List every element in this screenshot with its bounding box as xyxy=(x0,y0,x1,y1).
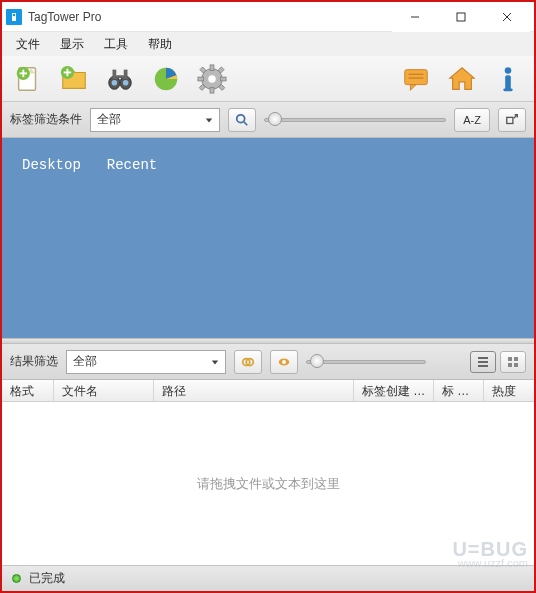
svg-marker-36 xyxy=(450,67,474,89)
svg-marker-40 xyxy=(206,118,212,122)
app-icon xyxy=(6,9,22,25)
svg-rect-55 xyxy=(508,363,512,367)
search-button[interactable] xyxy=(228,108,256,132)
svg-rect-17 xyxy=(124,69,128,78)
svg-rect-24 xyxy=(210,87,214,93)
svg-rect-10 xyxy=(20,72,28,74)
drop-area[interactable]: 请拖拽文件或文本到这里 xyxy=(2,402,534,565)
result-zoom-slider[interactable] xyxy=(306,350,426,374)
tag-filter-combo[interactable]: 全部 xyxy=(90,108,220,132)
svg-rect-39 xyxy=(503,88,512,91)
sort-az-button[interactable]: A-Z xyxy=(454,108,490,132)
svg-point-19 xyxy=(112,79,118,85)
svg-point-41 xyxy=(237,114,245,122)
svg-rect-16 xyxy=(113,69,117,78)
expand-button[interactable] xyxy=(498,108,526,132)
statusbar: 已完成 xyxy=(2,565,534,591)
svg-rect-32 xyxy=(405,69,428,84)
new-file-button[interactable] xyxy=(10,61,46,97)
maximize-button[interactable] xyxy=(438,2,484,32)
binoculars-button[interactable] xyxy=(102,61,138,97)
drop-placeholder: 请拖拽文件或文本到这里 xyxy=(197,475,340,493)
svg-point-20 xyxy=(123,79,129,85)
chevron-down-icon xyxy=(205,113,213,127)
svg-line-42 xyxy=(244,121,248,125)
svg-rect-54 xyxy=(514,357,518,361)
tag-filter-label: 标签筛选条件 xyxy=(10,111,82,128)
svg-point-1 xyxy=(13,13,16,16)
svg-rect-25 xyxy=(198,77,204,81)
filter-toggle-2[interactable] xyxy=(270,350,298,374)
table-header: 格式 文件名 路径 标签创建 … 标 … 热度 xyxy=(2,380,534,402)
svg-rect-43 xyxy=(507,117,513,123)
result-filter-value: 全部 xyxy=(73,353,97,370)
tag-filter-value: 全部 xyxy=(97,111,121,128)
titlebar: TagTower Pro xyxy=(2,2,534,32)
close-button[interactable] xyxy=(484,2,530,32)
col-path[interactable]: 路径 xyxy=(154,380,354,401)
result-filter-bar: 结果筛选 全部 xyxy=(2,344,534,380)
svg-point-49 xyxy=(282,360,286,364)
list-view-button[interactable] xyxy=(470,351,496,373)
col-heat[interactable]: 热度 xyxy=(484,380,534,401)
settings-button[interactable] xyxy=(194,61,230,97)
new-folder-button[interactable] xyxy=(56,61,92,97)
tag-panel: Desktop Recent xyxy=(2,138,534,338)
chat-button[interactable] xyxy=(398,61,434,97)
result-filter-label: 结果筛选 xyxy=(10,353,58,370)
svg-rect-18 xyxy=(116,75,124,78)
col-format[interactable]: 格式 xyxy=(2,380,54,401)
menubar: 文件 显示 工具 帮助 xyxy=(2,32,534,56)
svg-rect-38 xyxy=(505,75,511,90)
result-filter-combo[interactable]: 全部 xyxy=(66,350,226,374)
svg-rect-53 xyxy=(508,357,512,361)
svg-point-37 xyxy=(505,67,512,74)
menu-tools[interactable]: 工具 xyxy=(94,33,138,56)
svg-rect-3 xyxy=(457,13,465,21)
tag-item[interactable]: Desktop xyxy=(16,156,87,174)
app-window: TagTower Pro 文件 显示 工具 帮助 xyxy=(0,0,536,593)
svg-rect-23 xyxy=(210,64,214,70)
filter-toggle-1[interactable] xyxy=(234,350,262,374)
tag-item[interactable]: Recent xyxy=(101,156,163,174)
col-filename[interactable]: 文件名 xyxy=(54,380,154,401)
menu-view[interactable]: 显示 xyxy=(50,33,94,56)
col-tag[interactable]: 标 … xyxy=(434,380,484,401)
status-text: 已完成 xyxy=(29,570,65,587)
minimize-button[interactable] xyxy=(392,2,438,32)
menu-help[interactable]: 帮助 xyxy=(138,33,182,56)
view-mode-group xyxy=(470,351,526,373)
chevron-down-icon xyxy=(211,355,219,369)
svg-marker-33 xyxy=(410,84,416,90)
menu-file[interactable]: 文件 xyxy=(6,33,50,56)
status-dot-icon xyxy=(12,574,21,583)
app-title: TagTower Pro xyxy=(28,10,101,24)
tag-zoom-slider[interactable] xyxy=(264,108,446,132)
main-toolbar xyxy=(2,56,534,102)
svg-point-31 xyxy=(208,75,216,83)
svg-rect-13 xyxy=(64,71,72,73)
chart-button[interactable] xyxy=(148,61,184,97)
sort-az-label: A-Z xyxy=(463,114,481,126)
home-button[interactable] xyxy=(444,61,480,97)
tag-filter-bar: 标签筛选条件 全部 A-Z xyxy=(2,102,534,138)
svg-marker-45 xyxy=(212,360,218,364)
grid-view-button[interactable] xyxy=(500,351,526,373)
svg-rect-26 xyxy=(220,77,226,81)
info-button[interactable] xyxy=(490,61,526,97)
svg-rect-56 xyxy=(514,363,518,367)
col-created[interactable]: 标签创建 … xyxy=(354,380,434,401)
